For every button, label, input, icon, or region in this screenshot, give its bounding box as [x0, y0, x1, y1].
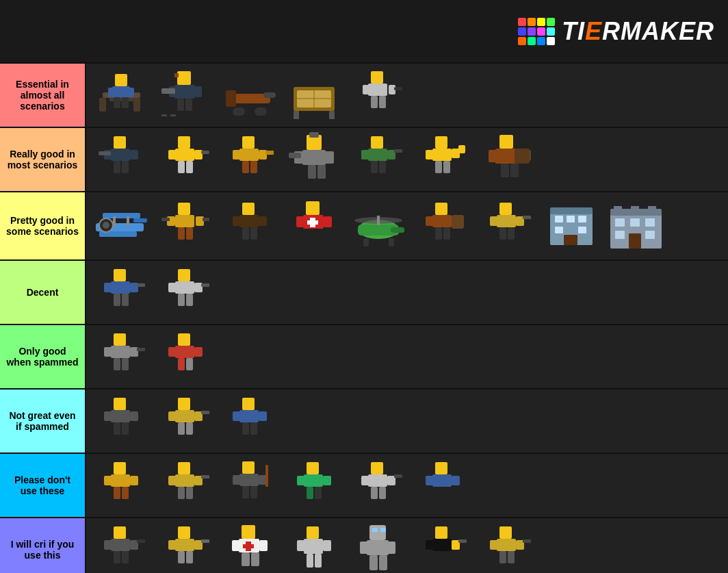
- svg-rect-183: [194, 347, 203, 357]
- svg-rect-202: [259, 411, 267, 421]
- svg-rect-241: [452, 476, 460, 485]
- svg-rect-51: [178, 161, 185, 173]
- svg-rect-74: [379, 161, 386, 173]
- svg-rect-263: [243, 544, 254, 548]
- svg-rect-246: [104, 540, 112, 550]
- logo-cell: [528, 18, 536, 26]
- svg-rect-179: [122, 358, 129, 370]
- svg-rect-171: [178, 294, 185, 306]
- svg-rect-1: [99, 98, 106, 112]
- list-item: [476, 522, 538, 573]
- header: TieRMAKER: [0, 0, 728, 64]
- svg-rect-49: [194, 150, 203, 160]
- tier-label-e: Not great even if spammed: [0, 390, 86, 453]
- svg-rect-127: [435, 203, 447, 215]
- svg-rect-12: [174, 85, 195, 99]
- svg-rect-260: [232, 540, 240, 551]
- svg-rect-45: [122, 161, 129, 173]
- list-item: [90, 132, 152, 187]
- svg-rect-39: [114, 136, 126, 149]
- svg-rect-289: [490, 540, 498, 550]
- svg-rect-76: [432, 149, 452, 161]
- svg-rect-40: [111, 149, 130, 161]
- svg-rect-243: [443, 487, 450, 499]
- list-item: [219, 68, 281, 123]
- svg-rect-224: [250, 486, 257, 498]
- tier-content-g: [86, 518, 728, 573]
- list-item: [219, 458, 281, 513]
- svg-rect-69: [368, 149, 387, 161]
- tier-label-b: Pretty good in some scenarios: [0, 192, 86, 259]
- svg-rect-293: [508, 551, 515, 563]
- svg-rect-249: [114, 551, 120, 563]
- svg-rect-151: [631, 206, 639, 216]
- list-item: [412, 199, 473, 253]
- list-item: [541, 199, 602, 253]
- svg-rect-108: [233, 216, 241, 226]
- tier-label-f: Please don't use these: [0, 454, 86, 517]
- tier-content-a: [86, 128, 728, 191]
- svg-rect-135: [490, 216, 498, 226]
- svg-rect-44: [114, 161, 120, 173]
- svg-rect-98: [178, 203, 190, 215]
- list-item: [412, 458, 473, 513]
- svg-rect-274: [380, 528, 386, 532]
- list-item: [90, 265, 152, 320]
- svg-rect-242: [435, 487, 442, 499]
- svg-rect-190: [114, 422, 120, 435]
- svg-rect-77: [426, 150, 434, 160]
- svg-rect-185: [186, 358, 193, 370]
- svg-rect-276: [360, 542, 368, 554]
- svg-rect-14: [161, 88, 175, 94]
- svg-rect-146: [578, 227, 586, 233]
- svg-rect-84: [489, 150, 497, 162]
- tiermaker-logo: TieRMAKER: [518, 17, 714, 46]
- logo-cell: [518, 27, 526, 36]
- svg-rect-82: [499, 135, 513, 149]
- svg-rect-105: [186, 227, 193, 240]
- list-item: [90, 522, 152, 573]
- svg-rect-269: [323, 540, 331, 551]
- svg-rect-22: [226, 90, 236, 107]
- svg-rect-147: [564, 235, 577, 245]
- svg-rect-158: [629, 233, 641, 249]
- list-item: [155, 265, 216, 320]
- svg-rect-172: [186, 294, 193, 306]
- svg-rect-279: [379, 555, 387, 570]
- svg-rect-141: [550, 207, 593, 214]
- svg-rect-220: [233, 475, 241, 485]
- svg-rect-175: [104, 347, 112, 357]
- svg-rect-255: [201, 539, 209, 543]
- svg-rect-152: [648, 206, 656, 216]
- svg-rect-153: [615, 218, 625, 227]
- svg-rect-163: [137, 283, 145, 287]
- svg-rect-240: [426, 476, 434, 485]
- svg-rect-267: [304, 539, 323, 554]
- svg-rect-201: [233, 411, 241, 421]
- svg-rect-178: [114, 358, 120, 370]
- svg-rect-281: [432, 539, 452, 551]
- svg-rect-75: [435, 136, 447, 149]
- svg-rect-33: [368, 84, 387, 96]
- svg-rect-109: [259, 216, 267, 226]
- svg-rect-286: [443, 551, 450, 563]
- svg-rect-245: [111, 539, 130, 551]
- list-item: [412, 522, 473, 573]
- logo-cell: [537, 27, 545, 36]
- svg-rect-192: [178, 398, 190, 410]
- svg-rect-235: [394, 474, 402, 478]
- svg-rect-237: [379, 487, 386, 499]
- svg-rect-88: [510, 164, 519, 177]
- svg-rect-11: [174, 73, 179, 77]
- svg-rect-42: [130, 150, 138, 160]
- svg-rect-206: [111, 474, 130, 487]
- svg-rect-139: [508, 227, 515, 240]
- svg-rect-251: [178, 526, 190, 539]
- svg-rect-2: [109, 98, 133, 101]
- svg-rect-46: [178, 136, 190, 149]
- list-item: [283, 199, 345, 253]
- svg-rect-203: [242, 422, 249, 435]
- svg-rect-261: [259, 540, 268, 551]
- logo-cell: [547, 27, 555, 36]
- list-item: [348, 458, 409, 513]
